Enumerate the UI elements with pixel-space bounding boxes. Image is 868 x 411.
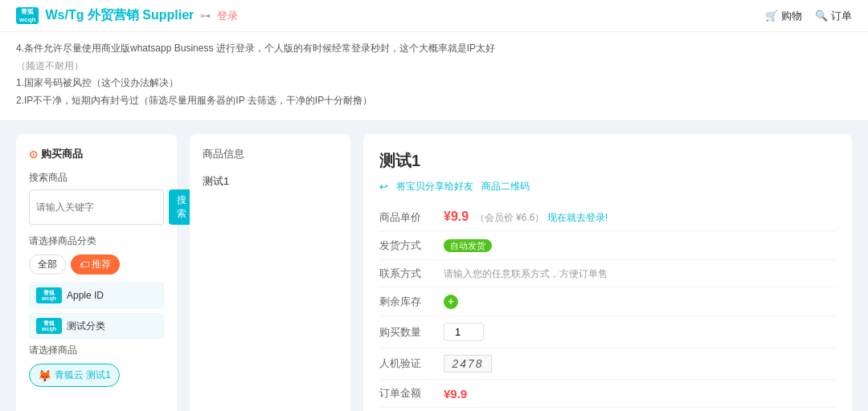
tag-all[interactable]: 全部 [29,254,66,275]
category-tags: 全部 🏷 推荐 [29,254,164,275]
left-panel: ⊙ 购买商品 搜索商品 搜索 请选择商品分类 全部 🏷 推荐 青狐wcqh Ap… [16,134,177,411]
share-icon: ↩ [379,181,388,193]
captcha-image: 2478 [444,355,492,372]
product-name: 测试1 [379,150,836,172]
cart-icon: 🛒 [765,10,778,22]
qty-row: 购买数量 [379,316,836,348]
ship-label: 发货方式 [379,238,444,253]
apple-id-label: Apple ID [67,290,104,301]
login-link[interactable]: 登录 [217,9,238,23]
apple-id-logo: 青狐wcqh [36,287,62,303]
order-amount-value: ¥9.9 [444,387,467,401]
search-row: 搜索 [29,189,164,225]
contact-placeholder: 请输入您的任意联系方式，方便订单售 [444,267,608,281]
apple-id-logo-text: 青狐wcqh [42,290,56,302]
notice-line2: （频道不耐用） [16,58,852,75]
qty-input[interactable] [444,323,484,341]
share-qr-link[interactable]: 商品二维码 [481,180,530,193]
header: 青狐wcqh Ws/Tg 外贸营销 Supplier ⊶ 登录 🛒 购物 🔍 订… [0,0,868,32]
price-member: （会员价 ¥6.6） [475,212,547,223]
tag-recommend[interactable]: 🏷 推荐 [71,254,120,275]
section-dot-icon: ⊙ [29,149,38,161]
right-panel: 测试1 ↩ 将宝贝分享给好友 商品二维码 商品单价 ¥9.9 （会员价 ¥6.6… [363,134,852,411]
order-icon: 🔍 [815,10,828,22]
price-row: 商品单价 ¥9.9 （会员价 ¥6.6） 现在就去登录! [379,203,836,232]
ship-row: 发货方式 自动发货 [379,232,836,260]
header-title-main: Ws/Tg 外贸营销 Supplier [45,8,194,22]
mid-item-0[interactable]: 测试1 [203,171,338,192]
captcha-box: 2478 [444,355,492,372]
price-member-value: ¥6.6 [516,212,534,223]
category-label: 请选择商品分类 [29,234,164,248]
logo-icon: 青狐wcqh [16,7,39,24]
contact-row: 联系方式 请输入您的任意联系方式，方便订单售 [379,260,836,288]
order-amount-row: 订单金额 ¥9.9 [379,380,836,408]
header-right: 🛒 购物 🔍 订单 [765,9,852,23]
header-left: 青狐wcqh Ws/Tg 外贸营销 Supplier ⊶ 登录 [16,7,238,24]
share-links: ↩ 将宝贝分享给好友 商品二维码 [379,180,836,193]
section-title-text: 购买商品 [41,147,83,161]
mid-title: 商品信息 [203,147,338,161]
price-label: 商品单价 [379,210,444,225]
fox-icon: 🦊 [38,369,51,382]
goods-type-row: 商品类型 自营商品 [379,408,836,411]
stock-label: 剩余库存 [379,295,444,309]
product-label: 请选择商品 [29,344,164,357]
stock-value: + [444,295,836,309]
price-value: ¥9.9 （会员价 ¥6.6） 现在就去登录! [444,210,836,225]
stock-badge: + [444,295,458,309]
category-apple-id[interactable]: 青狐wcqh Apple ID [29,283,164,308]
notice-bar: 4.条件允许尽量使用商业版whatsapp Business 进行登录，个人版的… [0,32,868,121]
test-category-logo: 青狐wcqh [36,318,62,334]
ship-value: 自动发货 [444,239,836,252]
order-amount-label: 订单金额 [379,386,444,401]
main-content: ⊙ 购买商品 搜索商品 搜索 请选择商品分类 全部 🏷 推荐 青狐wcqh Ap… [0,121,868,411]
divider: ⊶ [200,10,211,22]
captcha-row: 人机验证 2478 [379,348,836,380]
category-test[interactable]: 青狐wcqh 测试分类 [29,313,164,339]
contact-label: 联系方式 [379,267,444,281]
notice-line3-2: 2.IP不干净，短期内有封号过（筛选尽量用服务器的IP 去筛选，干净的IP十分耐… [16,92,852,110]
test-category-label: 测试分类 [67,319,105,333]
search-input[interactable] [29,189,164,225]
order-button[interactable]: 🔍 订单 [815,9,852,23]
header-title: Ws/Tg 外贸营销 Supplier [45,7,194,24]
share-friend-link[interactable]: 将宝贝分享给好友 [396,180,473,193]
price-main: ¥9.9 [444,210,469,223]
product-tag-text: 青狐云 测试1 [55,368,111,382]
captcha-label: 人机验证 [379,356,444,371]
search-label: 搜索商品 [29,171,164,185]
logo-text: 青狐wcqh [19,8,35,23]
price-member-prefix: 会员价 [485,212,514,223]
ship-badge: 自动发货 [444,239,492,252]
cart-label: 购物 [781,9,802,23]
product-tag[interactable]: 🦊 青狐云 测试1 [29,364,120,387]
recommend-icon: 🏷 [80,259,89,271]
stock-row: 剩余库存 + [379,288,836,316]
mid-panel: 商品信息 测试1 [190,134,350,411]
order-label: 订单 [831,9,852,23]
test-category-logo-text: 青狐wcqh [42,320,56,332]
price-login-link[interactable]: 现在就去登录! [547,212,608,223]
notice-line1: 4.条件允许尽量使用商业版whatsapp Business 进行登录，个人版的… [16,40,852,58]
qty-label: 购买数量 [379,325,444,340]
notice-line3-1: 1.国家号码被风控（这个没办法解决） [16,75,852,92]
cart-button[interactable]: 🛒 购物 [765,9,802,23]
section-title: ⊙ 购买商品 [29,147,164,161]
